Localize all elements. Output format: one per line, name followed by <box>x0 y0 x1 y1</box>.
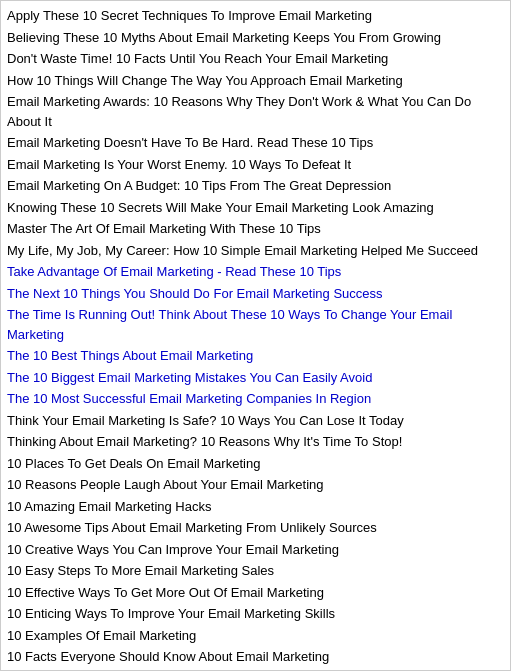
list-item[interactable]: 10 Awesome Tips About Email Marketing Fr… <box>7 517 508 539</box>
email-marketing-list[interactable]: Apply These 10 Secret Techniques To Impr… <box>0 0 511 671</box>
list-item[interactable]: 10 Easy Steps To More Email Marketing Sa… <box>7 560 508 582</box>
list-item[interactable]: The Next 10 Things You Should Do For Ema… <box>7 283 508 305</box>
list-item[interactable]: How 10 Things Will Change The Way You Ap… <box>7 70 508 92</box>
list-item[interactable]: My Life, My Job, My Career: How 10 Simpl… <box>7 240 508 262</box>
list-item[interactable]: 10 Effective Ways To Get More Out Of Ema… <box>7 582 508 604</box>
list-item[interactable]: Email Marketing Awards: 10 Reasons Why T… <box>7 91 508 132</box>
list-item[interactable]: 10 Creative Ways You Can Improve Your Em… <box>7 539 508 561</box>
list-item[interactable]: 10 Enticing Ways To Improve Your Email M… <box>7 603 508 625</box>
list-item[interactable]: Apply These 10 Secret Techniques To Impr… <box>7 5 508 27</box>
list-item[interactable]: Think Your Email Marketing Is Safe? 10 W… <box>7 410 508 432</box>
list-item[interactable]: Knowing These 10 Secrets Will Make Your … <box>7 197 508 219</box>
list-item[interactable]: The Time Is Running Out! Think About The… <box>7 304 508 345</box>
list-item[interactable]: Email Marketing Is Your Worst Enemy. 10 … <box>7 154 508 176</box>
list-item[interactable]: 10 Examples Of Email Marketing <box>7 625 508 647</box>
list-item[interactable]: 10 Places To Get Deals On Email Marketin… <box>7 453 508 475</box>
list-item[interactable]: Thinking About Email Marketing? 10 Reaso… <box>7 431 508 453</box>
list-item[interactable]: Don't Waste Time! 10 Facts Until You Rea… <box>7 48 508 70</box>
list-item[interactable]: Take Advantage Of Email Marketing - Read… <box>7 261 508 283</box>
list-item[interactable]: 10 Facts Everyone Should Know About Emai… <box>7 646 508 668</box>
list-item[interactable]: The 10 Most Successful Email Marketing C… <box>7 388 508 410</box>
list-item[interactable]: 10 Reasons People Laugh About Your Email… <box>7 474 508 496</box>
list-item[interactable]: Email Marketing Doesn't Have To Be Hard.… <box>7 132 508 154</box>
list-item[interactable]: The 10 Best Things About Email Marketing <box>7 345 508 367</box>
list-item[interactable]: Master The Art Of Email Marketing With T… <box>7 218 508 240</box>
list-item[interactable]: The 10 Biggest Email Marketing Mistakes … <box>7 367 508 389</box>
list-item[interactable]: 10 Amazing Email Marketing Hacks <box>7 496 508 518</box>
list-item[interactable]: 10 Guilt Free Email Marketing Tips <box>7 668 508 672</box>
list-item[interactable]: Believing These 10 Myths About Email Mar… <box>7 27 508 49</box>
list-item[interactable]: Email Marketing On A Budget: 10 Tips Fro… <box>7 175 508 197</box>
